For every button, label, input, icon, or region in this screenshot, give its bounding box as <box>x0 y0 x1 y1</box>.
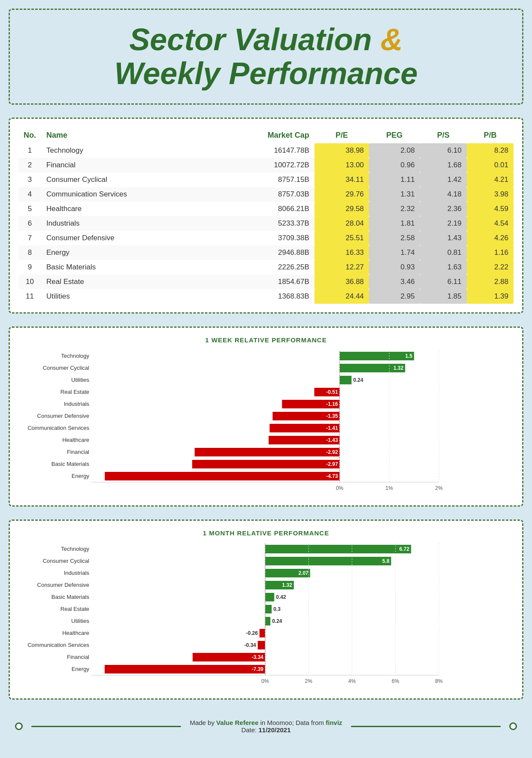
cell-name: Industrials <box>41 216 215 231</box>
title-amp: & <box>381 22 403 57</box>
cell-no: 10 <box>18 275 41 289</box>
bar-value: -4.73 <box>326 473 338 479</box>
axis-label: 6% <box>392 678 399 684</box>
bar-positive <box>340 352 414 360</box>
bar-label: Technology <box>61 546 89 552</box>
cell-marketcap: 8757.03B <box>215 187 314 202</box>
cell-ps: 2.19 <box>420 216 467 231</box>
cell-pb: 8.28 <box>467 143 514 158</box>
cell-ps: 2.36 <box>420 202 467 216</box>
bar-negative <box>105 665 265 673</box>
table-row: 7 Consumer Defensive 3709.38B 25.51 2.58… <box>18 231 514 245</box>
cell-pe: 34.11 <box>314 172 369 187</box>
cell-pe: 25.51 <box>314 231 369 245</box>
axis-label: 2% <box>305 678 313 684</box>
cell-name: Technology <box>41 143 215 158</box>
cell-pe: 29.58 <box>314 202 369 216</box>
col-peg: PEG <box>369 127 420 143</box>
bar-label: Industrials <box>64 401 90 407</box>
cell-no: 7 <box>18 231 41 245</box>
bar-positive <box>265 605 272 613</box>
table-row: 4 Communication Services 8757.03B 29.76 … <box>18 187 514 202</box>
axis-label: 0% <box>261 678 269 684</box>
cell-peg: 1.31 <box>369 187 420 202</box>
cell-marketcap: 1854.67B <box>215 275 314 289</box>
bar-label: Basic Materials <box>51 461 90 467</box>
table-row: 1 Technology 16147.78B 38.98 2.08 6.10 8… <box>18 143 514 158</box>
cell-no: 8 <box>18 245 41 260</box>
table-row: 8 Energy 2946.88B 16.33 1.74 0.81 1.16 <box>18 245 514 260</box>
cell-peg: 1.74 <box>369 245 420 260</box>
title-line2: Weekly Performance <box>114 56 417 91</box>
cell-pe: 38.98 <box>314 143 369 158</box>
cell-name: Healthcare <box>41 202 215 216</box>
footer-line-right <box>351 726 501 727</box>
bar-label: Energy <box>72 666 90 672</box>
table-row: 3 Consumer Cyclical 8757.15B 34.11 1.11 … <box>18 172 514 187</box>
col-ps: P/S <box>420 127 467 143</box>
cell-marketcap: 10072.72B <box>215 158 314 172</box>
bar-negative <box>260 629 265 637</box>
bar-value: 1.32 <box>393 365 404 371</box>
bar-value: -1.35 <box>326 413 338 419</box>
bar-label: Technology <box>61 353 89 359</box>
footer: Made by Value Referee in Moomoo; Data fr… <box>9 713 523 740</box>
cell-pe: 28.04 <box>314 216 369 231</box>
cell-name: Utilities <box>41 289 215 304</box>
axis-label: 2% <box>435 485 443 491</box>
cell-peg: 2.58 <box>369 231 420 245</box>
week-chart-section: 1 WEEK RELATIVE PERFORMANCE Technology1.… <box>9 326 523 507</box>
cell-ps: 6.11 <box>420 275 467 289</box>
cell-ps: 1.85 <box>420 289 467 304</box>
cell-pb: 3.98 <box>467 187 514 202</box>
cell-pe: 36.88 <box>314 275 369 289</box>
cell-ps: 1.43 <box>420 231 467 245</box>
cell-peg: 2.95 <box>369 289 420 304</box>
axis-label: 1% <box>386 485 393 491</box>
bar-positive <box>265 617 270 625</box>
footer-date-label: Date: <box>241 726 258 734</box>
cell-no: 3 <box>18 172 41 187</box>
col-pb: P/B <box>467 127 514 143</box>
cell-no: 11 <box>18 289 41 304</box>
footer-line-left <box>31 726 181 727</box>
bar-value: -0.34 <box>244 642 256 648</box>
table-section: No. Name Market Cap P/E PEG P/S P/B 1 Te… <box>9 118 523 314</box>
footer-text2: in Moomoo; Data from <box>260 719 326 726</box>
table-row: 5 Healthcare 8066.21B 29.58 2.32 2.36 4.… <box>18 202 514 216</box>
cell-pb: 1.39 <box>467 289 514 304</box>
cell-pb: 1.16 <box>467 245 514 260</box>
chart-svg: Technology6.72Consumer Cyclical5.8Indust… <box>18 543 447 692</box>
cell-pe: 13.00 <box>314 158 369 172</box>
table-row: 11 Utilities 1368.83B 24.44 2.95 1.85 1.… <box>18 289 514 304</box>
week-chart-title: 1 WEEK RELATIVE PERFORMANCE <box>18 336 514 344</box>
cell-peg: 0.93 <box>369 260 420 275</box>
title-line1: Sector Valuation <box>129 22 372 57</box>
cell-pb: 2.88 <box>467 275 514 289</box>
footer-text: Made by Value Referee in Moomoo; Data fr… <box>190 719 342 734</box>
bar-label: Communication Services <box>27 425 89 431</box>
bar-negative <box>258 641 265 649</box>
cell-name: Real Estate <box>41 275 215 289</box>
cell-peg: 2.32 <box>369 202 420 216</box>
footer-bold2: finviz <box>326 719 342 726</box>
cell-no: 9 <box>18 260 41 275</box>
cell-name: Consumer Cyclical <box>41 172 215 187</box>
bar-negative <box>105 472 339 480</box>
bar-value: -3.34 <box>252 654 264 660</box>
cell-pe: 29.76 <box>314 187 369 202</box>
table-row: 10 Real Estate 1854.67B 36.88 3.46 6.11 … <box>18 275 514 289</box>
footer-text1: Made by <box>190 719 216 726</box>
bar-label: Consumer Defensive <box>37 413 89 419</box>
bar-positive <box>340 376 352 384</box>
bar-label: Basic Materials <box>51 594 90 600</box>
cell-no: 1 <box>18 143 41 158</box>
bar-label: Healthcare <box>62 437 89 443</box>
week-chart-container: Technology1.5Consumer Cyclical1.32Utilit… <box>18 350 514 501</box>
bar-value: -1.16 <box>326 401 338 407</box>
cell-ps: 1.42 <box>420 172 467 187</box>
cell-pb: 4.54 <box>467 216 514 231</box>
axis-label: 8% <box>435 678 443 684</box>
cell-marketcap: 16147.78B <box>215 143 314 158</box>
bar-label: Consumer Defensive <box>37 582 89 588</box>
